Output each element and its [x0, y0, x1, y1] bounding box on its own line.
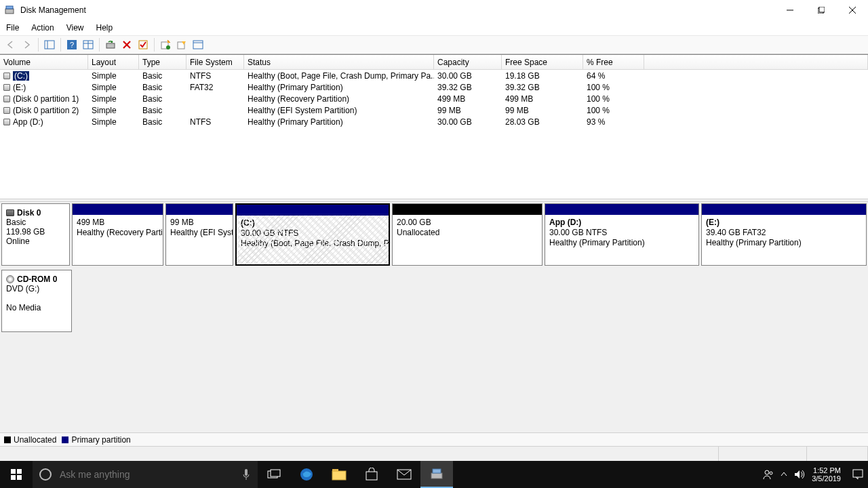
taskbar-app-explorer[interactable]	[323, 461, 355, 488]
tray-notifications-icon[interactable]	[852, 468, 864, 481]
svg-point-20	[166, 45, 170, 49]
forward-button[interactable]	[19, 37, 35, 52]
partition[interactable]: 499 MBHealthy (Recovery Parti	[72, 203, 163, 266]
cell: Simple	[88, 93, 139, 104]
cell	[186, 93, 244, 104]
close-button[interactable]	[837, 0, 868, 20]
volume-row[interactable]: (E:)SimpleBasicFAT32Healthy (Primary Par…	[0, 81, 868, 93]
titlebar: Disk Management	[0, 0, 868, 20]
partition-body: App (D:)30.00 GB NTFSHealthy (Primary Pa…	[545, 215, 698, 265]
volume-icon	[3, 107, 10, 114]
tray-time: 1:52 PM	[812, 466, 841, 474]
cell: Healthy (EFI System Partition)	[244, 104, 434, 116]
help-button[interactable]: ?	[64, 37, 80, 52]
partition-body: (E:)39.40 GB FAT32Healthy (Primary Parti…	[702, 215, 866, 265]
cell	[186, 104, 244, 116]
column-header[interactable]: % Free	[583, 55, 644, 70]
volume-row[interactable]: App (D:)SimpleBasicNTFSHealthy (Primary …	[0, 116, 868, 127]
volume-row[interactable]: (C:)SimpleBasicNTFSHealthy (Boot, Page F…	[0, 70, 868, 81]
svg-text:?: ?	[70, 41, 74, 49]
svg-rect-39	[433, 469, 441, 473]
menubar: File Action View Help	[0, 20, 868, 35]
toolbar: ?	[0, 35, 868, 54]
back-button[interactable]	[3, 37, 19, 52]
delete-button[interactable]	[119, 37, 135, 52]
svg-rect-4	[819, 7, 825, 12]
cortana-search[interactable]	[33, 461, 258, 488]
partition-body: 20.00 GBUnallocated	[393, 215, 542, 265]
partition[interactable]: 99 MBHealthy (EFI Syst	[165, 203, 233, 266]
column-header-filler	[644, 55, 868, 70]
volume-row[interactable]: (Disk 0 partition 1)SimpleBasicHealthy (…	[0, 93, 868, 104]
tray-clock[interactable]: 1:52 PM 3/5/2019	[812, 466, 845, 483]
legend-item: Unallocated	[4, 435, 56, 445]
properties-button[interactable]	[190, 37, 206, 52]
disk-info[interactable]: Disk 0Basic119.98 GBOnline	[1, 203, 70, 266]
svg-rect-29	[245, 469, 248, 476]
hdd-icon	[6, 209, 14, 216]
taskbar-app-mail[interactable]	[388, 461, 420, 488]
column-header[interactable]: File System	[186, 55, 244, 70]
partition[interactable]: App (D:)30.00 GB NTFSHealthy (Primary Pa…	[545, 203, 699, 266]
tray-date: 3/5/2019	[812, 474, 841, 483]
refresh-button[interactable]	[102, 37, 119, 52]
cell: 499 MB	[502, 93, 583, 104]
cortana-icon	[39, 468, 52, 481]
volume-row[interactable]: (Disk 0 partition 2)SimpleBasicHealthy (…	[0, 104, 868, 116]
svg-rect-27	[11, 475, 16, 480]
task-view-button[interactable]	[258, 461, 290, 488]
column-header[interactable]: Layout	[88, 55, 139, 70]
volume-icon	[3, 84, 10, 91]
cell: Healthy (Primary Partition)	[244, 116, 434, 127]
column-header[interactable]: Volume	[0, 55, 88, 70]
cell: NTFS	[186, 116, 244, 127]
tray-chevron-up-icon[interactable]	[781, 471, 787, 478]
cell: 93 %	[583, 116, 644, 127]
cell: FAT32	[186, 81, 244, 93]
window-title: Disk Management	[19, 5, 774, 15]
column-headers[interactable]: VolumeLayoutTypeFile SystemStatusCapacit…	[0, 55, 868, 70]
partition[interactable]: (E:)39.40 GB FAT32Healthy (Primary Parti…	[701, 203, 867, 266]
volume-icon	[3, 96, 10, 102]
svg-rect-0	[5, 9, 14, 14]
partition[interactable]: (C:)30.00 GB NTFSHealthy (Boot, Page Fil…	[235, 203, 390, 266]
taskbar-app-edge[interactable]	[290, 461, 323, 488]
search-input[interactable]	[58, 468, 235, 481]
menu-help[interactable]: Help	[90, 22, 119, 34]
start-button[interactable]	[0, 461, 33, 488]
taskbar-app-store[interactable]	[355, 461, 388, 488]
menu-action[interactable]: Action	[25, 22, 60, 34]
unallocated-space[interactable]: 20.00 GBUnallocated	[392, 203, 542, 266]
disk-row: Disk 0Basic119.98 GBOnline499 MBHealthy …	[1, 203, 867, 266]
svg-rect-32	[271, 470, 280, 476]
maximize-button[interactable]	[806, 0, 837, 20]
cell: 19.18 GB	[502, 70, 583, 81]
action-button[interactable]	[174, 37, 190, 52]
menu-file[interactable]: File	[0, 22, 25, 34]
partition-color-bar	[702, 204, 866, 215]
column-header[interactable]: Free Space	[502, 55, 583, 70]
cell: 99 MB	[434, 104, 502, 116]
tray-people-icon[interactable]	[763, 469, 774, 480]
mic-icon[interactable]	[241, 468, 251, 481]
disk-info[interactable]: CD-ROM 0DVD (G:) No Media	[1, 270, 72, 332]
minimize-button[interactable]	[774, 0, 806, 20]
cell: Simple	[88, 70, 139, 81]
app-icon	[4, 5, 15, 16]
show-hide-tree-button[interactable]	[41, 37, 58, 52]
new-volume-button[interactable]	[157, 37, 174, 52]
partition-color-bar	[393, 204, 542, 215]
cell: 30.00 GB	[434, 116, 502, 127]
column-header[interactable]: Status	[244, 55, 434, 70]
check-button[interactable]	[135, 37, 151, 52]
menu-view[interactable]: View	[60, 22, 90, 34]
settings-button[interactable]	[80, 37, 96, 52]
column-header[interactable]: Capacity	[434, 55, 502, 70]
cell: App (D:)	[0, 116, 88, 127]
svg-rect-42	[853, 470, 863, 477]
taskbar-app-diskmgmt[interactable]	[420, 461, 453, 488]
column-header[interactable]: Type	[139, 55, 186, 70]
tray-volume-icon[interactable]	[794, 470, 805, 479]
volume-icon	[3, 73, 10, 79]
cell: Basic	[139, 116, 186, 127]
